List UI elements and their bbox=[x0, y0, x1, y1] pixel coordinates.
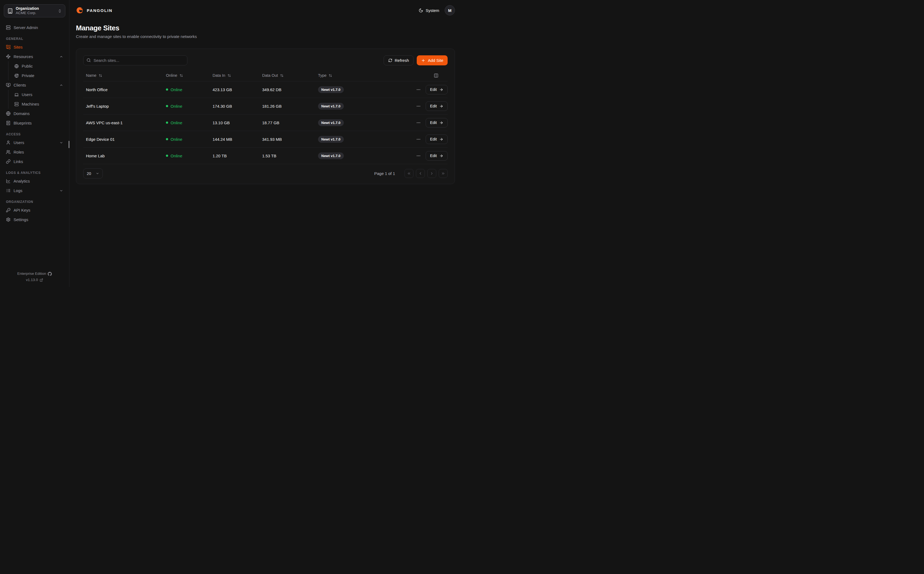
column-header-name[interactable]: Name bbox=[83, 73, 166, 77]
brand[interactable]: PANGOLIN bbox=[76, 6, 113, 14]
theme-toggle-button[interactable]: System bbox=[419, 8, 439, 13]
column-header-online[interactable]: Online bbox=[166, 73, 212, 77]
sidebar-item-client-users[interactable]: Users bbox=[8, 90, 65, 99]
chevron-down-icon bbox=[96, 172, 99, 175]
type-cell: Newt v1.7.0 bbox=[318, 103, 393, 110]
edit-label: Edit bbox=[430, 120, 437, 125]
sidebar-scrollbar-thumb[interactable] bbox=[69, 141, 69, 148]
brand-name: PANGOLIN bbox=[87, 8, 113, 13]
org-switcher-text: Organization ACME Corp. bbox=[16, 6, 55, 16]
online-status-dot bbox=[166, 105, 168, 107]
sidebar-item-blueprints[interactable]: Blueprints bbox=[4, 118, 65, 128]
sidebar-item-settings[interactable]: Settings bbox=[4, 215, 65, 224]
globe-lock-icon bbox=[14, 74, 19, 78]
sidebar-item-server-admin[interactable]: Server Admin bbox=[4, 23, 65, 32]
sidebar-item-label: Machines bbox=[22, 102, 39, 106]
online-status: Online bbox=[166, 87, 212, 92]
edit-button[interactable]: Edit bbox=[426, 101, 448, 111]
version-link[interactable]: v1.13.0 bbox=[4, 277, 65, 283]
sidebar-item-private[interactable]: Private bbox=[8, 71, 65, 80]
edit-button[interactable]: Edit bbox=[426, 151, 448, 161]
chevrons-left-icon bbox=[407, 172, 411, 175]
sidebar-item-label: Blueprints bbox=[14, 121, 32, 125]
type-badge: Newt v1.7.0 bbox=[318, 136, 344, 143]
sidebar-item-analytics[interactable]: Analytics bbox=[4, 176, 65, 186]
row-menu-button[interactable] bbox=[415, 136, 422, 143]
refresh-icon bbox=[388, 58, 392, 62]
type-cell: Newt v1.7.0 bbox=[318, 136, 393, 143]
column-label: Data In bbox=[212, 73, 225, 77]
type-badge: Newt v1.7.0 bbox=[318, 86, 344, 93]
sidebar-item-resources[interactable]: Resources bbox=[4, 52, 65, 61]
refresh-label: Refresh bbox=[395, 58, 409, 63]
online-status: Online bbox=[166, 120, 212, 125]
column-header-data-out[interactable]: Data Out bbox=[262, 73, 318, 77]
table-row: North OfficeOnline423.13 GB349.62 DBNewt… bbox=[83, 81, 448, 98]
page-subtitle: Create and manage sites to enable connec… bbox=[76, 34, 455, 39]
row-menu-button[interactable] bbox=[415, 119, 422, 126]
last-page-button[interactable] bbox=[439, 169, 448, 178]
edition-link[interactable]: Enterprise Edition bbox=[4, 271, 65, 277]
data-in-value: 1.20 TB bbox=[212, 153, 262, 158]
users-icon bbox=[6, 150, 11, 155]
org-switcher-label: Organization bbox=[16, 6, 55, 11]
sidebar-item-sites[interactable]: Sites bbox=[4, 42, 65, 52]
sidebar-item-machines[interactable]: Machines bbox=[8, 99, 65, 109]
next-page-button[interactable] bbox=[427, 169, 436, 178]
org-switcher[interactable]: Organization ACME Corp. bbox=[4, 4, 65, 17]
chevrons-right-icon bbox=[441, 172, 445, 175]
sidebar-item-label: Roles bbox=[14, 150, 24, 155]
sidebar-item-label: Public bbox=[22, 64, 33, 68]
monitor-up-icon bbox=[6, 83, 11, 87]
table-row: Home LabOnline1.20 TB1.53 TBNewt v1.7.0E… bbox=[83, 148, 448, 164]
edit-label: Edit bbox=[430, 104, 437, 108]
sidebar-item-api-keys[interactable]: API Keys bbox=[4, 205, 65, 215]
sidebar-nav: Server Admin GENERAL Sites Resources bbox=[4, 23, 65, 224]
add-site-button[interactable]: Add Site bbox=[417, 55, 448, 65]
arrow-right-icon bbox=[439, 88, 443, 92]
sidebar-item-label: Logs bbox=[14, 188, 22, 193]
sites-combine-icon bbox=[6, 45, 11, 49]
refresh-button[interactable]: Refresh bbox=[383, 55, 414, 65]
sidebar-item-links[interactable]: Links bbox=[4, 157, 65, 166]
online-status: Online bbox=[166, 104, 212, 109]
sidebar-item-roles[interactable]: Roles bbox=[4, 147, 65, 157]
row-menu-button[interactable] bbox=[415, 86, 422, 93]
sidebar-item-label: Domains bbox=[14, 111, 30, 116]
column-visibility-button[interactable] bbox=[434, 73, 448, 78]
type-cell: Newt v1.7.0 bbox=[318, 86, 393, 93]
row-actions: Edit bbox=[393, 101, 448, 111]
edit-button[interactable]: Edit bbox=[426, 85, 448, 95]
sites-card: Refresh Add Site Name bbox=[76, 49, 455, 184]
sidebar-item-label: Private bbox=[22, 73, 35, 78]
arrow-right-icon bbox=[439, 121, 443, 125]
column-header-data-in[interactable]: Data In bbox=[212, 73, 262, 77]
column-label: Name bbox=[86, 73, 96, 77]
sidebar-item-logs[interactable]: Logs bbox=[4, 186, 65, 195]
page-size-select[interactable]: 20 bbox=[83, 169, 103, 178]
column-header-type[interactable]: Type bbox=[318, 73, 393, 77]
online-status-dot bbox=[166, 155, 168, 157]
sort-icon bbox=[328, 74, 332, 77]
clients-subtree: Users Machines bbox=[8, 90, 65, 109]
sidebar-item-domains[interactable]: Domains bbox=[4, 109, 65, 118]
row-menu-button[interactable] bbox=[415, 103, 422, 110]
moon-icon bbox=[419, 8, 423, 13]
edit-button[interactable]: Edit bbox=[426, 118, 448, 128]
search-input[interactable] bbox=[83, 55, 187, 65]
theme-toggle-label: System bbox=[426, 8, 439, 13]
sidebar-item-label: Users bbox=[22, 92, 32, 97]
online-status-label: Online bbox=[171, 87, 182, 92]
main-content: PANGOLIN System M Manage Sites Create an… bbox=[69, 0, 462, 287]
sidebar-item-clients[interactable]: Clients bbox=[4, 80, 65, 90]
sidebar-item-label: Analytics bbox=[14, 179, 30, 183]
first-page-button[interactable] bbox=[404, 169, 413, 178]
sidebar-item-label: Resources bbox=[14, 54, 33, 59]
avatar[interactable]: M bbox=[445, 5, 455, 16]
sidebar-item-public[interactable]: Public bbox=[8, 61, 65, 71]
row-menu-button[interactable] bbox=[415, 153, 422, 159]
edit-button[interactable]: Edit bbox=[426, 134, 448, 144]
sidebar-item-users[interactable]: Users bbox=[4, 138, 65, 147]
prev-page-button[interactable] bbox=[416, 169, 425, 178]
data-out-value: 181.26 GB bbox=[262, 104, 318, 109]
